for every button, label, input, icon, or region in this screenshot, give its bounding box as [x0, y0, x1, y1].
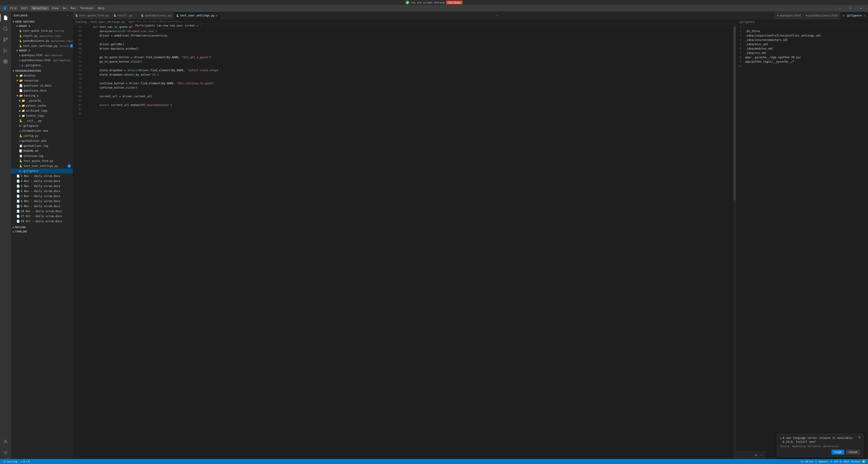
file-icon: ◻	[19, 139, 21, 143]
svg-point-0	[4, 27, 7, 30]
list-item[interactable]: 📋 selenium.log	[11, 153, 73, 158]
code-line	[84, 64, 434, 68]
code-content[interactable]: def test_nav_to_quote_after_continue(): …	[84, 24, 434, 232]
svg-marker-4	[4, 49, 7, 53]
group2-header[interactable]: ▼ Group 2	[11, 49, 73, 53]
file-icon: 📄	[17, 184, 20, 188]
list-item[interactable]: ▶ 📁 archived_logs	[11, 108, 73, 113]
menu-edit[interactable]: Edit	[20, 6, 30, 10]
file-path: app\python_logic	[51, 40, 73, 42]
list-item[interactable]: 📄 9 Nov - daily scrum.docx	[11, 204, 73, 209]
py-tab-icon: 🐍	[141, 14, 144, 17]
list-item[interactable]: 📄 10 Nov - daily scrum.docx	[11, 209, 73, 214]
list-item[interactable]: ▶ 📁 pytest_cache	[11, 103, 73, 108]
tab-test-user-settings[interactable]: 🐍 test_user_settings.py ✕	[174, 11, 220, 20]
breadcrumb-part[interactable]: testing	[75, 20, 87, 24]
list-item[interactable]: 🐍 result.py app\python_logic	[11, 33, 73, 38]
file-icon: 📄	[17, 200, 20, 203]
folder-name: 📁	[22, 109, 25, 112]
breadcrumb-part[interactable]: test_user_settings.py	[90, 20, 125, 24]
code-line: driver.maximize_window()	[84, 47, 434, 51]
tab-quote-business[interactable]: 🐍 quoteBusiness.py	[139, 11, 174, 20]
explorer-icon[interactable]	[0, 12, 11, 23]
list-item[interactable]: ⚙ .gitignore	[11, 123, 73, 128]
list-item[interactable]: 🐍 quoteBusiness.py app\python_logic	[11, 38, 73, 44]
insurancemasters-header[interactable]: ▼ INSURANCEMASTERS	[11, 69, 73, 73]
run-debug-icon[interactable]	[0, 45, 11, 56]
menu-selection[interactable]: Selection	[31, 6, 49, 10]
group1-header[interactable]: ▼ Group 1	[11, 24, 73, 28]
list-item[interactable]: ◻ geckodriver.exe	[11, 138, 73, 143]
list-item[interactable]: 🐍 test_quote_form.py testing	[11, 28, 73, 33]
html-icon: ◆	[19, 54, 21, 57]
list-item[interactable]: ▼ 📂 resources	[11, 78, 73, 83]
outline-section[interactable]: ▶ OUTLINE	[11, 225, 73, 230]
tab-result[interactable]: 🐍 result.py	[111, 11, 139, 20]
menu-go[interactable]: Go	[61, 6, 68, 10]
file-name: chromedriver.exe	[22, 129, 48, 133]
list-item[interactable]: ◻ chromedriver.exe	[11, 128, 73, 133]
list-item[interactable]: 📝 README.md	[11, 148, 73, 153]
list-item[interactable]: ◆ quotebusiness.html app\templates	[11, 58, 73, 63]
list-item[interactable]: ⚙ .gitignore	[11, 169, 73, 174]
folder-icon: ▼	[17, 94, 18, 97]
file-badge: 4	[70, 44, 73, 48]
list-item[interactable]: 📄 7 Nov - daily scrum.docx	[11, 194, 73, 199]
list-item[interactable]: ▶ 📁 minutes	[11, 73, 73, 78]
tab-test-quote-form[interactable]: 🐍 test_quote_form.py	[73, 11, 111, 20]
file-icon: 📄	[19, 84, 23, 87]
screen-share-text: You are screen sharing	[411, 1, 434, 4]
folder-icon: ▶	[19, 104, 21, 107]
menu-help[interactable]: Help	[96, 6, 106, 10]
list-item[interactable]: 📄 5 Nov - daily scrum.docx	[11, 183, 73, 188]
extensions-icon[interactable]	[0, 56, 11, 67]
list-item[interactable]: ✕ ⚙ .gitignore	[11, 63, 73, 68]
list-item[interactable]: 🐍 test_user_settings.py 4	[11, 164, 73, 169]
list-item[interactable]: 📄 27 Oct - daily scrum.docx	[11, 214, 73, 219]
search-icon[interactable]	[0, 23, 11, 34]
tab-close-icon[interactable]: ✕	[216, 14, 217, 17]
activity-bar	[0, 11, 11, 232]
tooltip-text: Participants can now see your screen	[135, 24, 194, 27]
new-file-icon[interactable]: ⋯	[65, 13, 70, 18]
list-item[interactable]: 🐍 config.py	[11, 133, 73, 138]
open-editors-header[interactable]: ▼ Open Editors	[11, 20, 73, 24]
code-line	[84, 112, 434, 116]
sidebar-title: Explorer	[14, 14, 28, 17]
file-name: 7 Nov - daily scrum.docx	[21, 195, 60, 198]
folder-name: 📂	[20, 94, 23, 97]
menu-terminal[interactable]: Terminal	[79, 6, 95, 10]
list-item[interactable]: ▶ 📁 __pycache__	[11, 98, 73, 103]
list-item[interactable]: 📄 30 Oct - daily scrum.docx	[11, 219, 73, 224]
list-item[interactable]: 📄 questions v2.docx	[11, 83, 73, 88]
menu-file[interactable]: File	[8, 6, 19, 10]
folder-label: pytest_cache	[26, 104, 46, 107]
menu-view[interactable]: View	[50, 6, 60, 10]
source-control-icon[interactable]	[0, 34, 11, 45]
file-name: test_user_settings.py	[23, 44, 58, 48]
list-item[interactable]: 📄 questions.docx	[11, 88, 73, 93]
list-item[interactable]: ▼ 📂 testing ●	[11, 93, 73, 98]
file-name: 30 Oct - daily scrum.docx	[21, 220, 62, 223]
list-item[interactable]: ▶ 📁 latest_logs	[11, 113, 73, 118]
folder-label: latest_logs	[26, 114, 44, 117]
list-item[interactable]: 📄 6 Nov - daily scrum.docx	[11, 188, 73, 194]
code-line	[84, 38, 434, 42]
list-item[interactable]: 🐍 __init__.py	[11, 118, 73, 123]
list-item[interactable]: 🐍 test_quote_form.py	[11, 158, 73, 164]
file-name: 5 Nov - daily scrum.docx	[21, 184, 60, 188]
tab-label: test_quote_form.py	[79, 14, 109, 17]
menu-run[interactable]: Run	[69, 6, 78, 10]
git-icon: ⚙	[22, 64, 23, 67]
list-item[interactable]: 📄 8 Nov - daily scrum.docx	[11, 199, 73, 204]
tooltip-close-icon[interactable]: ✕	[196, 24, 198, 27]
list-item[interactable]: 🐍 test_user_settings.py testing 4	[11, 44, 73, 49]
folder-label: minutes	[24, 74, 35, 77]
list-item[interactable]: 📄 4 Nov - daily scrum.docx	[11, 179, 73, 183]
folder-label: archived_logs	[26, 109, 48, 112]
list-item[interactable]: 📋 geckodriver.log	[11, 143, 73, 148]
timeline-section[interactable]: ▶ TIMELINE	[11, 230, 73, 232]
list-item[interactable]: ◆ quoteyou.html app\templates	[11, 53, 73, 58]
open-editors-label: Open Editors	[15, 20, 35, 23]
list-item[interactable]: 📄 3 Nov - daily scrum.docx	[11, 174, 73, 179]
